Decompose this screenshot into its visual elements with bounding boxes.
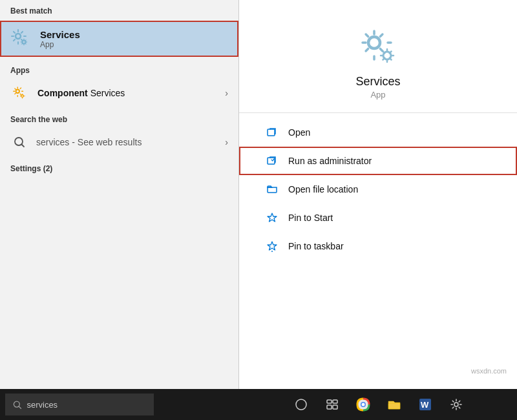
svg-rect-14 — [327, 400, 332, 403]
app-name-text: Services — [355, 75, 400, 89]
run-admin-label: Run as administrator — [288, 156, 372, 166]
settings-label: Settings (2) — [0, 158, 238, 177]
file-explorer-button[interactable] — [379, 389, 409, 420]
web-label: Search the web — [0, 109, 238, 127]
start-menu-right: Services App Open — [239, 0, 517, 389]
svg-rect-17 — [333, 405, 337, 409]
chrome-button[interactable] — [348, 389, 378, 420]
svg-line-5 — [22, 145, 25, 147]
svg-text:W: W — [421, 400, 429, 410]
svg-rect-9 — [268, 158, 275, 164]
taskbar-search-icon — [13, 400, 21, 410]
pin-taskbar-icon — [265, 239, 279, 253]
app-detail-header: Services App — [239, 0, 517, 113]
web-query: services — [36, 137, 69, 147]
pin-start-action[interactable]: Pin to Start — [239, 204, 517, 232]
taskbar-search-box[interactable] — [5, 394, 154, 415]
open-location-label: Open file location — [288, 184, 358, 194]
open-location-action[interactable]: Open file location — [239, 175, 517, 204]
web-suffix: - See web results — [69, 137, 142, 147]
open-action[interactable]: Open — [239, 118, 517, 147]
best-match-services[interactable]: Services App — [0, 21, 238, 57]
web-search-text: services - See web results — [36, 137, 142, 147]
pin-taskbar-action[interactable]: Pin to taskbar — [239, 232, 517, 260]
open-label: Open — [288, 127, 310, 138]
taskbar-search-input[interactable] — [26, 400, 146, 410]
services-text: Services — [90, 88, 125, 98]
web-search-item[interactable]: services - See web results › — [0, 127, 238, 158]
taskbar-search-button[interactable] — [286, 389, 316, 420]
svg-point-2 — [16, 90, 20, 94]
svg-rect-16 — [327, 405, 332, 409]
task-view-button[interactable] — [317, 389, 347, 420]
svg-point-13 — [296, 399, 306, 410]
action-list: Open Run as administrator — [239, 113, 517, 266]
folder-icon — [265, 182, 279, 196]
taskbar-icon-group: W — [286, 389, 471, 420]
best-match-title: Services — [40, 29, 80, 40]
svg-line-12 — [19, 406, 21, 408]
svg-point-24 — [454, 403, 458, 406]
svg-point-3 — [21, 95, 24, 98]
component-services-name: Component Services — [37, 88, 225, 98]
svg-rect-15 — [333, 400, 337, 403]
apps-label: Apps — [0, 59, 238, 78]
settings-button[interactable] — [441, 389, 471, 420]
web-chevron-icon: › — [225, 137, 228, 147]
start-menu-left: Best match Services App Apps — [0, 0, 239, 389]
svg-rect-21 — [388, 403, 400, 409]
gear-svg-icon — [10, 28, 31, 49]
taskbar: W wsxdn.com — [0, 389, 517, 420]
search-circle-icon — [10, 133, 28, 151]
best-match-subtitle: App — [40, 40, 80, 49]
svg-point-0 — [16, 34, 21, 39]
component-services-icon — [10, 84, 28, 102]
chevron-right-icon: › — [225, 88, 228, 98]
component-services-item[interactable]: Component Services › — [0, 78, 238, 109]
best-match-text: Services App — [40, 29, 80, 49]
best-match-label: Best match — [0, 0, 238, 18]
run-admin-action[interactable]: Run as administrator — [239, 147, 517, 175]
svg-rect-8 — [268, 129, 275, 136]
watermark: wsxdn.com — [471, 367, 507, 375]
app-type-text: App — [370, 90, 385, 100]
open-icon — [265, 125, 279, 140]
admin-icon — [265, 154, 279, 168]
pin-taskbar-label: Pin to taskbar — [288, 241, 344, 251]
pin-start-icon — [265, 211, 279, 225]
word-button[interactable]: W — [410, 389, 440, 420]
services-app-icon — [357, 26, 399, 67]
pin-start-label: Pin to Start — [288, 213, 333, 223]
svg-point-6 — [368, 37, 380, 48]
services-icon — [9, 27, 32, 50]
svg-point-20 — [361, 403, 364, 406]
